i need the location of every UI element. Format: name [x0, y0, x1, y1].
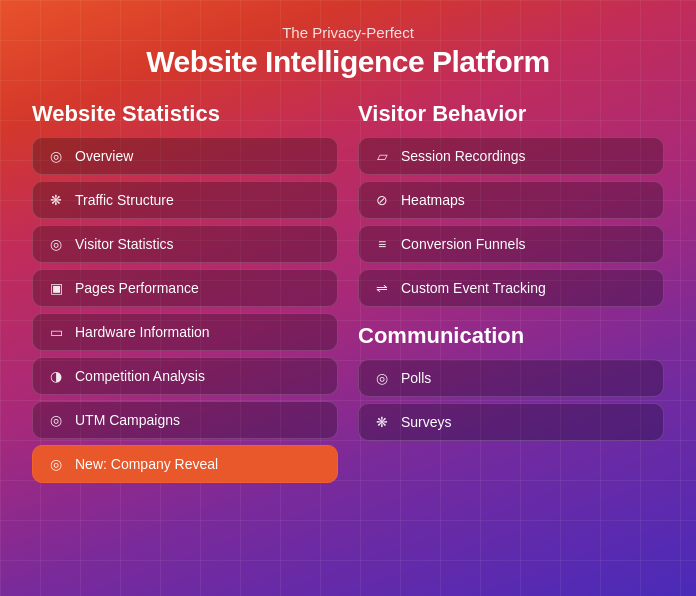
traffic-structure-item[interactable]: ❋ Traffic Structure: [32, 181, 338, 219]
overview-item[interactable]: ◎ Overview: [32, 137, 338, 175]
custom-event-label: Custom Event Tracking: [401, 280, 546, 296]
header-title: Website Intelligence Platform: [32, 45, 664, 79]
polls-item[interactable]: ◎ Polls: [358, 359, 664, 397]
main-columns: Website Statistics ◎ Overview ❋ Traffic …: [32, 101, 664, 483]
communication-title: Communication: [358, 323, 664, 349]
competition-icon: ◑: [47, 367, 65, 385]
website-statistics-list: ◎ Overview ❋ Traffic Structure ◎ Visitor…: [32, 137, 338, 483]
session-icon: ▱: [373, 147, 391, 165]
funnels-label: Conversion Funnels: [401, 236, 526, 252]
surveys-label: Surveys: [401, 414, 452, 430]
company-label: New: Company Reveal: [75, 456, 218, 472]
visitor-behavior-title: Visitor Behavior: [358, 101, 664, 127]
utm-icon: ◎: [47, 411, 65, 429]
session-label: Session Recordings: [401, 148, 526, 164]
company-reveal-item[interactable]: ◎ New: Company Reveal: [32, 445, 338, 483]
hardware-icon: ▭: [47, 323, 65, 341]
custom-event-tracking-item[interactable]: ⇌ Custom Event Tracking: [358, 269, 664, 307]
website-statistics-column: Website Statistics ◎ Overview ❋ Traffic …: [32, 101, 338, 483]
traffic-icon: ❋: [47, 191, 65, 209]
hardware-label: Hardware Information: [75, 324, 210, 340]
pages-icon: ▣: [47, 279, 65, 297]
polls-label: Polls: [401, 370, 431, 386]
utm-label: UTM Campaigns: [75, 412, 180, 428]
competition-analysis-item[interactable]: ◑ Competition Analysis: [32, 357, 338, 395]
competition-label: Competition Analysis: [75, 368, 205, 384]
surveys-icon: ❋: [373, 413, 391, 431]
pages-performance-item[interactable]: ▣ Pages Performance: [32, 269, 338, 307]
custom-event-icon: ⇌: [373, 279, 391, 297]
hardware-info-item[interactable]: ▭ Hardware Information: [32, 313, 338, 351]
communication-section: Communication ◎ Polls ❋ Surveys: [358, 323, 664, 441]
visitor-behavior-list: ▱ Session Recordings ⊘ Heatmaps ≡ Conver…: [358, 137, 664, 307]
visitor-behavior-section: Visitor Behavior ▱ Session Recordings ⊘ …: [358, 101, 664, 307]
visitor-statistics-item[interactable]: ◎ Visitor Statistics: [32, 225, 338, 263]
overview-label: Overview: [75, 148, 133, 164]
header-subtitle: The Privacy-Perfect: [32, 24, 664, 41]
company-icon: ◎: [47, 455, 65, 473]
right-column: Visitor Behavior ▱ Session Recordings ⊘ …: [358, 101, 664, 483]
heatmaps-icon: ⊘: [373, 191, 391, 209]
traffic-label: Traffic Structure: [75, 192, 174, 208]
overview-icon: ◎: [47, 147, 65, 165]
surveys-item[interactable]: ❋ Surveys: [358, 403, 664, 441]
utm-campaigns-item[interactable]: ◎ UTM Campaigns: [32, 401, 338, 439]
session-recordings-item[interactable]: ▱ Session Recordings: [358, 137, 664, 175]
website-statistics-title: Website Statistics: [32, 101, 338, 127]
conversion-funnels-item[interactable]: ≡ Conversion Funnels: [358, 225, 664, 263]
heatmaps-item[interactable]: ⊘ Heatmaps: [358, 181, 664, 219]
pages-label: Pages Performance: [75, 280, 199, 296]
communication-list: ◎ Polls ❋ Surveys: [358, 359, 664, 441]
funnels-icon: ≡: [373, 235, 391, 253]
heatmaps-label: Heatmaps: [401, 192, 465, 208]
page-header: The Privacy-Perfect Website Intelligence…: [32, 24, 664, 79]
visitor-stats-label: Visitor Statistics: [75, 236, 174, 252]
polls-icon: ◎: [373, 369, 391, 387]
visitor-stats-icon: ◎: [47, 235, 65, 253]
